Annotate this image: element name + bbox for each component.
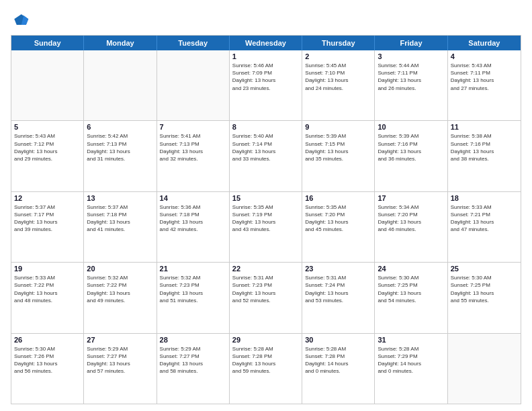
header-day-friday: Friday	[375, 36, 447, 50]
calendar-cell: 16Sunrise: 5:35 AM Sunset: 7:20 PM Dayli…	[302, 192, 375, 262]
day-info: Sunrise: 5:43 AM Sunset: 7:11 PM Dayligh…	[451, 62, 518, 92]
day-info: Sunrise: 5:45 AM Sunset: 7:10 PM Dayligh…	[305, 62, 371, 92]
day-info: Sunrise: 5:42 AM Sunset: 7:13 PM Dayligh…	[87, 132, 153, 163]
logo	[11, 11, 32, 30]
day-info: Sunrise: 5:29 AM Sunset: 7:27 PM Dayligh…	[160, 345, 226, 375]
day-info: Sunrise: 5:34 AM Sunset: 7:20 PM Dayligh…	[378, 203, 444, 234]
day-number: 28	[160, 336, 226, 344]
day-info: Sunrise: 5:46 AM Sunset: 7:09 PM Dayligh…	[232, 62, 299, 92]
day-info: Sunrise: 5:30 AM Sunset: 7:25 PM Dayligh…	[451, 274, 518, 304]
calendar-cell	[11, 50, 84, 120]
day-info: Sunrise: 5:29 AM Sunset: 7:27 PM Dayligh…	[87, 345, 153, 375]
day-info: Sunrise: 5:43 AM Sunset: 7:12 PM Dayligh…	[14, 132, 81, 163]
calendar-row-5: 26Sunrise: 5:30 AM Sunset: 7:26 PM Dayli…	[11, 333, 521, 404]
day-number: 19	[14, 265, 81, 273]
day-info: Sunrise: 5:33 AM Sunset: 7:22 PM Dayligh…	[14, 274, 81, 304]
calendar-body: 1Sunrise: 5:46 AM Sunset: 7:09 PM Daylig…	[11, 50, 521, 404]
day-info: Sunrise: 5:28 AM Sunset: 7:29 PM Dayligh…	[378, 345, 444, 375]
calendar-cell	[84, 50, 157, 120]
calendar-cell: 8Sunrise: 5:40 AM Sunset: 7:14 PM Daylig…	[230, 121, 302, 191]
day-number: 7	[160, 123, 226, 131]
logo-icon	[11, 11, 30, 30]
day-number: 30	[305, 336, 371, 344]
day-number: 9	[305, 123, 371, 131]
calendar-row-4: 19Sunrise: 5:33 AM Sunset: 7:22 PM Dayli…	[11, 262, 521, 332]
day-number: 27	[87, 336, 153, 344]
day-number: 6	[87, 123, 153, 131]
calendar-cell: 12Sunrise: 5:37 AM Sunset: 7:17 PM Dayli…	[11, 192, 84, 262]
calendar-cell: 18Sunrise: 5:33 AM Sunset: 7:21 PM Dayli…	[448, 192, 521, 262]
calendar-cell: 5Sunrise: 5:43 AM Sunset: 7:12 PM Daylig…	[11, 121, 84, 191]
calendar-row-1: 1Sunrise: 5:46 AM Sunset: 7:09 PM Daylig…	[11, 50, 521, 120]
day-info: Sunrise: 5:35 AM Sunset: 7:20 PM Dayligh…	[305, 203, 371, 234]
day-info: Sunrise: 5:32 AM Sunset: 7:22 PM Dayligh…	[87, 274, 153, 304]
day-number: 18	[451, 194, 518, 202]
day-info: Sunrise: 5:41 AM Sunset: 7:13 PM Dayligh…	[160, 132, 226, 163]
calendar-cell: 9Sunrise: 5:39 AM Sunset: 7:15 PM Daylig…	[302, 121, 375, 191]
day-number: 8	[232, 123, 299, 131]
calendar-row-2: 5Sunrise: 5:43 AM Sunset: 7:12 PM Daylig…	[11, 120, 521, 191]
day-number: 21	[160, 265, 226, 273]
day-number: 14	[160, 194, 226, 202]
header	[11, 11, 521, 30]
day-number: 29	[232, 336, 299, 344]
calendar-cell	[448, 334, 521, 404]
day-number: 20	[87, 265, 153, 273]
day-info: Sunrise: 5:32 AM Sunset: 7:23 PM Dayligh…	[160, 274, 226, 304]
header-day-monday: Monday	[84, 36, 157, 50]
day-info: Sunrise: 5:30 AM Sunset: 7:25 PM Dayligh…	[378, 274, 444, 304]
day-info: Sunrise: 5:38 AM Sunset: 7:16 PM Dayligh…	[451, 132, 518, 163]
day-number: 16	[305, 194, 371, 202]
day-info: Sunrise: 5:36 AM Sunset: 7:18 PM Dayligh…	[160, 203, 226, 234]
page: SundayMondayTuesdayWednesdayThursdayFrid…	[0, 0, 532, 411]
calendar-cell: 3Sunrise: 5:44 AM Sunset: 7:11 PM Daylig…	[375, 50, 447, 120]
day-number: 3	[378, 52, 444, 60]
day-number: 26	[14, 336, 81, 344]
day-number: 10	[378, 123, 444, 131]
calendar-cell: 4Sunrise: 5:43 AM Sunset: 7:11 PM Daylig…	[448, 50, 521, 120]
calendar-cell: 19Sunrise: 5:33 AM Sunset: 7:22 PM Dayli…	[11, 263, 84, 332]
day-number: 5	[14, 123, 81, 131]
calendar-cell: 27Sunrise: 5:29 AM Sunset: 7:27 PM Dayli…	[84, 334, 157, 404]
calendar-cell: 11Sunrise: 5:38 AM Sunset: 7:16 PM Dayli…	[448, 121, 521, 191]
calendar-cell: 15Sunrise: 5:35 AM Sunset: 7:19 PM Dayli…	[230, 192, 302, 262]
calendar-cell: 26Sunrise: 5:30 AM Sunset: 7:26 PM Dayli…	[11, 334, 84, 404]
day-info: Sunrise: 5:37 AM Sunset: 7:17 PM Dayligh…	[14, 203, 81, 234]
day-number: 24	[378, 265, 444, 273]
calendar-cell: 22Sunrise: 5:31 AM Sunset: 7:23 PM Dayli…	[230, 263, 302, 332]
day-number: 15	[232, 194, 299, 202]
day-info: Sunrise: 5:39 AM Sunset: 7:16 PM Dayligh…	[378, 132, 444, 163]
calendar-cell: 17Sunrise: 5:34 AM Sunset: 7:20 PM Dayli…	[375, 192, 447, 262]
day-number: 17	[378, 194, 444, 202]
calendar-cell: 14Sunrise: 5:36 AM Sunset: 7:18 PM Dayli…	[157, 192, 230, 262]
day-info: Sunrise: 5:31 AM Sunset: 7:24 PM Dayligh…	[305, 274, 371, 304]
header-day-saturday: Saturday	[448, 36, 521, 50]
day-number: 2	[305, 52, 371, 60]
calendar: SundayMondayTuesdayWednesdayThursdayFrid…	[11, 35, 521, 404]
calendar-cell: 25Sunrise: 5:30 AM Sunset: 7:25 PM Dayli…	[448, 263, 521, 332]
calendar-cell: 6Sunrise: 5:42 AM Sunset: 7:13 PM Daylig…	[84, 121, 157, 191]
calendar-cell: 28Sunrise: 5:29 AM Sunset: 7:27 PM Dayli…	[157, 334, 230, 404]
day-info: Sunrise: 5:44 AM Sunset: 7:11 PM Dayligh…	[378, 62, 444, 92]
calendar-cell: 29Sunrise: 5:28 AM Sunset: 7:28 PM Dayli…	[230, 334, 302, 404]
day-number: 12	[14, 194, 81, 202]
day-number: 31	[378, 336, 444, 344]
day-number: 4	[451, 52, 518, 60]
calendar-cell: 13Sunrise: 5:37 AM Sunset: 7:18 PM Dayli…	[84, 192, 157, 262]
header-day-thursday: Thursday	[302, 36, 375, 50]
calendar-cell: 2Sunrise: 5:45 AM Sunset: 7:10 PM Daylig…	[302, 50, 375, 120]
day-number: 23	[305, 265, 371, 273]
calendar-header: SundayMondayTuesdayWednesdayThursdayFrid…	[11, 36, 521, 50]
day-number: 11	[451, 123, 518, 131]
day-info: Sunrise: 5:39 AM Sunset: 7:15 PM Dayligh…	[305, 132, 371, 163]
calendar-cell: 24Sunrise: 5:30 AM Sunset: 7:25 PM Dayli…	[375, 263, 447, 332]
header-day-wednesday: Wednesday	[230, 36, 302, 50]
calendar-cell: 10Sunrise: 5:39 AM Sunset: 7:16 PM Dayli…	[375, 121, 447, 191]
calendar-cell: 30Sunrise: 5:28 AM Sunset: 7:28 PM Dayli…	[302, 334, 375, 404]
day-info: Sunrise: 5:28 AM Sunset: 7:28 PM Dayligh…	[305, 345, 371, 375]
day-info: Sunrise: 5:30 AM Sunset: 7:26 PM Dayligh…	[14, 345, 81, 375]
header-day-tuesday: Tuesday	[157, 36, 230, 50]
calendar-row-3: 12Sunrise: 5:37 AM Sunset: 7:17 PM Dayli…	[11, 191, 521, 262]
day-info: Sunrise: 5:37 AM Sunset: 7:18 PM Dayligh…	[87, 203, 153, 234]
calendar-cell: 23Sunrise: 5:31 AM Sunset: 7:24 PM Dayli…	[302, 263, 375, 332]
